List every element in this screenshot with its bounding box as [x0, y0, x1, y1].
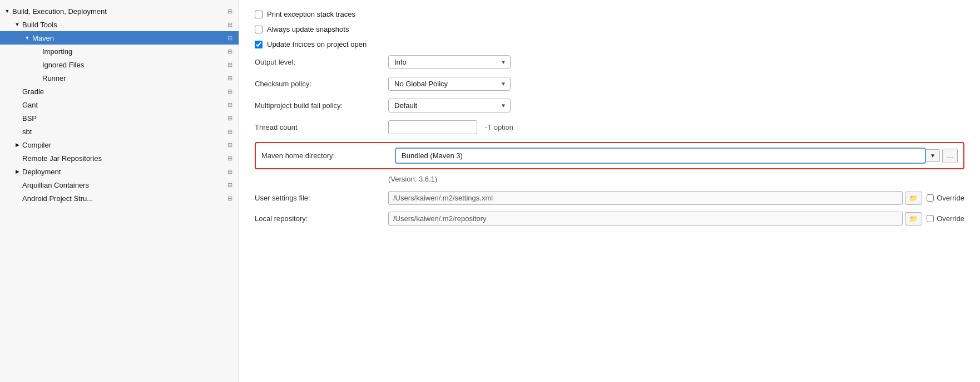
sidebar-label-runner: Runner [42, 74, 222, 82]
sidebar-item-compiler[interactable]: Compiler ⊞ [0, 138, 239, 151]
local-repo-override-checkbox[interactable] [927, 215, 934, 222]
multiproject-dropdown-wrapper: Default Fail At End Fail Fast Never Fail… [388, 99, 511, 112]
thread-count-label: Thread count [255, 123, 388, 131]
expand-arrow-build-execution-deployment [3, 7, 11, 15]
expand-arrow-compiler [13, 141, 21, 149]
sidebar-label-build-execution-deployment: Build, Execution, Deployment [12, 7, 222, 16]
print-exception-row: Print exception stack traces [255, 10, 964, 18]
print-exception-label: Print exception stack traces [267, 10, 355, 18]
always-update-checkbox[interactable] [255, 26, 263, 33]
local-repo-override-label: Override [927, 214, 964, 223]
expand-arrow-maven [23, 34, 31, 42]
sidebar-item-gant[interactable]: Gant ⊞ [0, 98, 239, 111]
copy-icon-build-execution-deployment: ⊞ [225, 7, 234, 16]
checksum-policy-label: Checksum policy: [255, 80, 388, 88]
sidebar-item-runner[interactable]: Runner ⊞ [0, 71, 239, 85]
sidebar-label-bsp: BSP [22, 114, 222, 123]
update-indices-row: Update Incices on project open [255, 40, 964, 48]
sidebar-label-deployment: Deployment [22, 168, 222, 176]
copy-icon-bsp: ⊞ [225, 114, 234, 123]
copy-icon-compiler: ⊞ [225, 140, 234, 149]
sidebar-label-arquillian-containers: Arquillian Containers [22, 181, 222, 189]
sidebar-label-gradle: Gradle [22, 87, 222, 96]
sidebar-item-gradle[interactable]: Gradle ⊞ [0, 85, 239, 98]
maven-version-text: (Version: 3.6.1) [388, 175, 437, 183]
sidebar-item-build-tools[interactable]: Build Tools ⊞ [0, 18, 239, 31]
maven-home-label: Maven home directory: [261, 151, 395, 160]
output-level-select[interactable]: Info Debug Warn Error [388, 55, 511, 69]
checksum-policy-row: Checksum policy: No Global Policy Warn F… [255, 77, 964, 91]
settings-main-panel: Print exception stack traces Always upda… [239, 0, 980, 382]
copy-icon-remote-jar-repos: ⊞ [225, 154, 234, 163]
local-repo-label: Local repository: [255, 214, 388, 223]
update-indices-label: Update Incices on project open [267, 40, 367, 48]
sidebar-item-remote-jar-repos[interactable]: Remote Jar Repositories ⊞ [0, 151, 239, 165]
multiproject-select[interactable]: Default Fail At End Fail Fast Never Fail [388, 99, 511, 112]
sidebar-item-android-project-structure[interactable]: Android Project Stru... ⊞ [0, 192, 239, 205]
sidebar-label-build-tools: Build Tools [22, 21, 222, 29]
sidebar-item-maven[interactable]: Maven ⊞ [0, 31, 239, 45]
t-option-label: -T option [485, 123, 513, 131]
user-settings-label: User settings file: [255, 194, 388, 202]
local-repo-browse-button[interactable]: 📁 [905, 212, 922, 226]
sidebar-label-gant: Gant [22, 101, 222, 109]
sidebar-label-remote-jar-repos: Remote Jar Repositories [22, 154, 222, 163]
maven-home-select-wrapper: ▼ … [395, 148, 958, 164]
copy-icon-deployment: ⊞ [225, 167, 234, 176]
local-repo-row: Local repository: 📁 Override [255, 212, 964, 226]
sidebar-item-build-execution-deployment[interactable]: Build, Execution, Deployment ⊞ [0, 4, 239, 18]
sidebar-label-maven: Maven [32, 34, 222, 42]
always-update-row: Always update snapshots [255, 25, 964, 33]
sidebar-label-ignored-files: Ignored Files [42, 61, 222, 69]
copy-icon-gant: ⊞ [225, 100, 234, 109]
print-exception-checkbox[interactable] [255, 11, 263, 18]
thread-count-row: Thread count -T option [255, 120, 964, 134]
settings-sidebar: Build, Execution, Deployment ⊞ Build Too… [0, 0, 239, 382]
expand-arrow-deployment [13, 168, 21, 175]
sidebar-item-importing[interactable]: Importing ⊞ [0, 45, 239, 58]
sidebar-item-ignored-files[interactable]: Ignored Files ⊞ [0, 58, 239, 71]
output-level-label: Output level: [255, 58, 388, 66]
copy-icon-ignored-files: ⊞ [225, 60, 234, 69]
output-level-dropdown-wrapper: Info Debug Warn Error ▼ [388, 55, 511, 69]
expand-arrow-build-tools [13, 21, 21, 28]
maven-home-browse-button[interactable]: … [942, 149, 958, 163]
copy-icon-sbt: ⊞ [225, 127, 234, 136]
sidebar-item-deployment[interactable]: Deployment ⊞ [0, 165, 239, 178]
maven-home-row: Maven home directory: ▼ … [255, 142, 964, 169]
local-repo-override-text: Override [937, 214, 964, 223]
copy-icon-importing: ⊞ [225, 47, 234, 56]
checksum-policy-select[interactable]: No Global Policy Warn Fail [388, 77, 511, 91]
sidebar-item-sbt[interactable]: sbt ⊞ [0, 125, 239, 138]
sidebar-label-importing: Importing [42, 47, 222, 56]
copy-icon-runner: ⊞ [225, 74, 234, 82]
sidebar-label-sbt: sbt [22, 128, 222, 136]
checksum-policy-dropdown-wrapper: No Global Policy Warn Fail ▼ [388, 77, 511, 91]
maven-home-input[interactable] [395, 148, 926, 164]
sidebar-label-android-project-structure: Android Project Stru... [22, 194, 222, 203]
multiproject-label: Multiproject build fail policy: [255, 101, 388, 110]
maven-version-row: (Version: 3.6.1) [255, 175, 964, 183]
copy-icon-gradle: ⊞ [225, 87, 234, 96]
copy-icon-arquillian: ⊞ [225, 180, 234, 189]
copy-icon-maven: ⊞ [225, 33, 234, 42]
sidebar-item-arquillian-containers[interactable]: Arquillian Containers ⊞ [0, 178, 239, 192]
multiproject-row: Multiproject build fail policy: Default … [255, 99, 964, 112]
user-settings-override-label: Override [927, 194, 964, 202]
user-settings-row: User settings file: 📁 Override [255, 191, 964, 205]
user-settings-override-checkbox[interactable] [927, 194, 934, 202]
output-level-row: Output level: Info Debug Warn Error ▼ [255, 55, 964, 69]
sidebar-label-compiler: Compiler [22, 141, 222, 149]
thread-count-input[interactable] [388, 120, 477, 134]
always-update-label: Always update snapshots [267, 25, 349, 33]
user-settings-input[interactable] [388, 191, 903, 205]
copy-icon-android: ⊞ [225, 194, 234, 203]
user-settings-override-text: Override [937, 194, 964, 202]
sidebar-item-bsp[interactable]: BSP ⊞ [0, 111, 239, 125]
user-settings-browse-button[interactable]: 📁 [905, 192, 922, 205]
update-indices-checkbox[interactable] [255, 41, 263, 48]
copy-icon-build-tools: ⊞ [225, 20, 234, 29]
local-repo-input[interactable] [388, 212, 903, 226]
maven-home-dropdown-button[interactable]: ▼ [926, 149, 940, 162]
